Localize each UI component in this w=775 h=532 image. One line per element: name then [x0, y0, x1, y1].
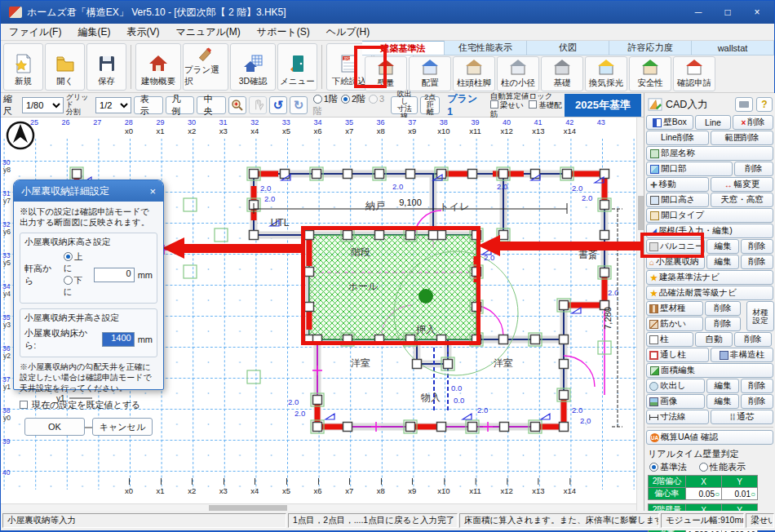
ceiling-height-input[interactable]: 1400 [102, 332, 135, 347]
default-checkbox[interactable] [20, 401, 28, 409]
dimension-line-button[interactable]: 寸法線 [646, 410, 709, 424]
callout-button[interactable]: 吹出し [646, 379, 705, 393]
balcony-delete-button[interactable]: 削除 [741, 239, 773, 254]
save-button[interactable]: 保存 [86, 43, 126, 91]
minimize-button[interactable]: ─ [684, 2, 712, 22]
horizontal-scrollbar[interactable] [1, 503, 636, 511]
legend-button[interactable]: 凡例 [166, 96, 195, 114]
check-button-6[interactable]: 換気採光 [585, 56, 627, 91]
floor-offset-input[interactable]: 0 [94, 268, 134, 282]
brace-delete-button[interactable]: 削除 [705, 317, 741, 331]
line-button[interactable]: Line [695, 115, 731, 130]
callout-delete-button[interactable]: 削除 [741, 379, 773, 393]
menu-item[interactable]: ヘルプ(H) [318, 24, 379, 41]
plan-select-button[interactable]: プラン選択 [183, 43, 228, 91]
ua-value-button[interactable]: UA概算UA値 確認 [646, 430, 773, 445]
seino-radio[interactable] [699, 463, 708, 472]
width-change-button[interactable]: ↔幅変更 [711, 177, 773, 192]
pan-button[interactable] [249, 96, 267, 114]
redo-button[interactable]: ↻ [290, 96, 308, 114]
foundation-lock-checkbox[interactable] [529, 100, 537, 109]
delete-button[interactable]: ×削除 [733, 115, 773, 130]
grid-split-select[interactable]: 1/2 [95, 97, 131, 113]
balloon-dimension-button[interactable]: 吹出し 寸法線 [391, 96, 418, 114]
dialog-title-bar[interactable]: 小屋裏収納詳細設定 × [14, 180, 163, 202]
floor2-radio[interactable] [341, 95, 350, 104]
standard-2025-button[interactable]: 2025年基準 [565, 94, 641, 117]
center-button[interactable]: 中央 [197, 96, 226, 114]
show-button[interactable]: 表示 [134, 96, 163, 114]
balcony-edit-button[interactable]: 編集 [706, 239, 739, 254]
hinkakuho-navi-button[interactable]: ★品確法耐震等級ナビ [646, 286, 773, 300]
area-edit-button[interactable]: 面積編集 [646, 363, 773, 378]
dialog-close-icon[interactable]: × [149, 185, 156, 197]
above-radio[interactable] [64, 252, 73, 261]
callout-edit-button[interactable]: 編集 [706, 379, 739, 393]
close-button[interactable]: × [743, 2, 771, 22]
menu-item[interactable]: ファイル(F) [1, 24, 69, 41]
shear-value-label: 2.0 [264, 194, 275, 203]
vertical-scroll-thumb[interactable] [638, 196, 644, 230]
view-3d-button[interactable]: 3D確認 [230, 43, 276, 91]
vertical-scrollbar[interactable] [636, 117, 644, 511]
menu-item[interactable]: サポート(S) [249, 24, 318, 41]
non-structural-pillar-button[interactable]: 非構造柱 [711, 348, 773, 362]
move-button[interactable]: ✛移動 [646, 177, 709, 192]
opening-delete-button[interactable]: 削除 [734, 162, 773, 176]
image-edit-button[interactable]: 編集 [706, 394, 739, 409]
cancel-button[interactable]: キャンセル [92, 418, 153, 436]
kijunho-navi-button[interactable]: ★建築基準法ナビ [646, 270, 773, 285]
zoom-button[interactable] [228, 96, 246, 114]
mode-tab-4[interactable]: 許容応力度 [609, 41, 692, 55]
opening-height-button[interactable]: 開口高さ [646, 193, 709, 207]
check-button-4[interactable]: 柱の小径 [497, 56, 539, 91]
check-button-8[interactable]: 確認申請 [673, 56, 715, 91]
through-pillar-button[interactable]: 通し柱 [646, 348, 709, 362]
mode-tab-2[interactable]: 住宅性能表示 [445, 41, 527, 55]
mode-tab-5[interactable]: wallstat [692, 41, 774, 55]
beam-lock-checkbox[interactable] [490, 100, 498, 109]
maximize-button[interactable]: □ [714, 2, 742, 22]
check-button-2[interactable]: 配置 [409, 56, 451, 91]
attic-edit-button[interactable]: 編集 [706, 255, 739, 269]
image-button[interactable]: 画像 [646, 394, 705, 409]
check-button-7[interactable]: 安全性 [629, 56, 671, 91]
pillar-button[interactable]: 柱 [646, 332, 693, 347]
mode-tab-3[interactable]: 伏図 [527, 41, 609, 55]
print-button[interactable] [735, 97, 753, 112]
kijunho-radio[interactable] [649, 463, 658, 472]
opening-type-button[interactable]: 開口タイプ [646, 208, 773, 223]
room-name-button[interactable]: 部屋名称 [646, 146, 773, 161]
wall-material-button[interactable]: 壁材種 [646, 301, 703, 316]
undo-button[interactable]: ↺ [269, 96, 287, 114]
menu-item[interactable]: マニュアル(M) [167, 24, 248, 41]
menu-button[interactable]: メニュー [277, 43, 317, 91]
new-button[interactable]: 新規 [3, 43, 43, 91]
ok-button[interactable]: OK [24, 418, 85, 436]
wall-material-delete-button[interactable]: 削除 [705, 301, 741, 316]
menu-item[interactable]: 編集(E) [69, 24, 118, 41]
skylight-button[interactable]: 天窓・高窓 [711, 193, 773, 207]
open-button[interactable]: 開く [45, 43, 85, 91]
pillar-delete-button[interactable]: 削除 [734, 332, 772, 347]
pillar-auto-button[interactable]: 自動 [695, 332, 733, 347]
menu-item[interactable]: 表示(V) [118, 24, 167, 41]
wall-box-button[interactable]: 壁Box [646, 115, 693, 130]
attic-delete-button[interactable]: 削除 [741, 255, 773, 269]
brace-button[interactable]: 筋かい [646, 317, 703, 331]
center-line-button[interactable]: ⁞⁞通芯 [711, 410, 773, 424]
floor1-radio[interactable] [313, 95, 322, 104]
scale-select[interactable]: 1/80 [22, 97, 64, 113]
two-point-distance-button[interactable]: 2点 距離 [420, 96, 440, 114]
check-button-3[interactable]: 柱頭柱脚 [453, 56, 495, 91]
image-delete-button[interactable]: 削除 [741, 394, 773, 409]
line-delete-button[interactable]: Line削除 [646, 131, 709, 145]
opening-button[interactable]: 開口部 [646, 162, 733, 176]
help-button[interactable]: ? [756, 97, 773, 112]
check-button-5[interactable]: 基礎 [541, 56, 583, 91]
below-radio[interactable] [64, 276, 73, 285]
floor3-radio[interactable] [369, 95, 378, 104]
building-outline-button[interactable]: 建物概要 [135, 43, 181, 91]
horizontal-scroll-thumb[interactable] [209, 505, 287, 511]
range-delete-button[interactable]: 範囲削除 [711, 131, 773, 145]
